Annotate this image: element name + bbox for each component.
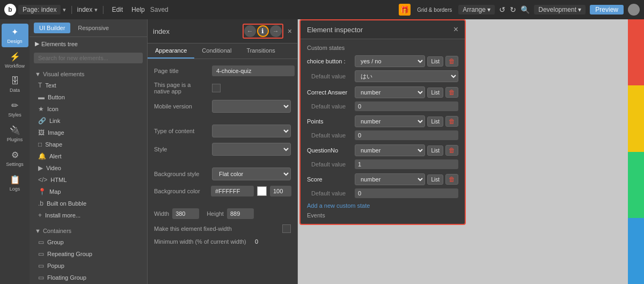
back-icon-btn[interactable]: ← — [244, 25, 256, 37]
tree-expand-icon[interactable]: ▶ — [35, 40, 39, 47]
containers-expand-icon[interactable]: ▼ — [35, 228, 41, 234]
sidebar-item-data[interactable]: 🗄 Data — [2, 73, 28, 96]
redo-button[interactable]: ↻ — [510, 5, 516, 14]
element-item-text[interactable]: T Text — [30, 79, 147, 91]
gift-icon[interactable]: 🎁 — [399, 4, 411, 16]
user-avatar[interactable] — [628, 4, 640, 16]
index-dropdown-arrow[interactable]: ▾ — [94, 6, 98, 13]
elements-tree-label: Elements tree — [41, 41, 78, 47]
styles-icon: ✏ — [11, 100, 18, 111]
forward-icon-btn[interactable]: → — [270, 25, 282, 37]
search-input[interactable] — [34, 53, 143, 63]
element-item-alert[interactable]: 🔔 Alert — [30, 150, 147, 162]
state-type-correct-answer[interactable]: number — [355, 86, 425, 98]
index-close-btn[interactable]: × — [288, 27, 292, 35]
height-input[interactable] — [227, 208, 254, 219]
mobile-version-select[interactable] — [212, 100, 291, 113]
default-val-input-1[interactable] — [355, 101, 458, 111]
index-tabs: Appearance Conditional Transitions — [148, 43, 297, 59]
element-item-icon[interactable]: ★ Icon — [30, 103, 147, 115]
state-del-btn-3[interactable]: 🗑 — [445, 145, 458, 156]
width-input[interactable] — [172, 208, 199, 219]
state-list-btn-3[interactable]: List — [427, 145, 443, 156]
tab-appearance[interactable]: Appearance — [148, 43, 194, 59]
tab-ui-builder[interactable]: UI Builder — [34, 23, 70, 33]
edit-button[interactable]: Edit — [108, 5, 126, 14]
dev-dropdown[interactable]: Development ▾ — [534, 5, 586, 14]
page-dropdown-arrow[interactable]: ▾ — [63, 6, 66, 13]
bg-color-label: Background color — [154, 188, 208, 194]
state-type-points[interactable]: number — [355, 115, 425, 127]
sidebar-item-design[interactable]: ✦ Design — [2, 24, 28, 47]
sidebar-item-settings[interactable]: ⚙ Settings — [2, 147, 28, 170]
preview-button[interactable]: Preview — [590, 5, 624, 14]
state-del-btn-2[interactable]: 🗑 — [445, 116, 458, 127]
state-type-score[interactable]: number — [355, 173, 425, 185]
strip-green — [628, 152, 644, 218]
state-list-btn-4[interactable]: List — [427, 174, 443, 185]
style-select[interactable] — [212, 143, 291, 156]
sidebar-item-workflow[interactable]: ⚡ Workflow — [2, 48, 28, 72]
state-row-questionno: QuestionNo number List 🗑 — [307, 144, 458, 156]
element-item-label: Shape — [45, 141, 62, 148]
section-expand-icon[interactable]: ▼ — [35, 71, 41, 77]
native-app-label: This page is a native app — [154, 82, 208, 94]
fixed-width-checkbox[interactable] — [282, 224, 291, 233]
state-list-btn-1[interactable]: List — [427, 88, 443, 98]
tab-transitions[interactable]: Transitions — [239, 43, 282, 59]
sidebar-item-logs[interactable]: 📋 Logs — [2, 171, 28, 195]
element-item-shape[interactable]: □ Shape — [30, 139, 147, 150]
type-of-content-select[interactable] — [212, 125, 291, 137]
tab-responsive[interactable]: Responsive — [72, 23, 114, 33]
add-state-link[interactable]: Add a new custom state — [307, 202, 458, 209]
native-app-checkbox[interactable] — [212, 84, 221, 92]
state-list-btn-0[interactable]: List — [427, 56, 443, 67]
element-item-built-on-bubble[interactable]: .b Built on Bubble — [30, 198, 147, 209]
inspector-close-btn[interactable]: × — [453, 25, 458, 34]
button-el-icon: ▬ — [38, 93, 45, 101]
element-item-repeating-group[interactable]: ▭ Repeating Group — [30, 248, 147, 260]
bg-color-opacity-input[interactable] — [270, 186, 291, 196]
page-title-row: Page title — [154, 65, 291, 76]
default-val-input-2[interactable] — [355, 130, 458, 140]
page-title-dropdown[interactable]: Page: index — [18, 5, 61, 14]
default-val-input-4[interactable] — [355, 188, 458, 198]
state-del-btn-0[interactable]: 🗑 — [445, 56, 458, 67]
index-content: Page title This page is a native app Mob… — [148, 59, 297, 284]
element-item-group[interactable]: ▭ Group — [30, 236, 147, 248]
state-del-btn-4[interactable]: 🗑 — [445, 174, 458, 185]
state-list-btn-2[interactable]: List — [427, 116, 443, 127]
state-del-btn-1[interactable]: 🗑 — [445, 87, 458, 98]
bg-color-hex-input[interactable] — [211, 186, 254, 196]
search-icon[interactable]: 🔍 — [521, 5, 530, 14]
bg-style-select[interactable]: Flat color — [212, 168, 291, 180]
element-item-popup[interactable]: ▭ Popup — [30, 260, 147, 272]
arrange-dropdown[interactable]: Arrange ▾ — [458, 5, 495, 14]
topbar-right: 🎁 Grid & borders Arrange ▾ ↺ ↻ 🔍 Develop… — [399, 4, 640, 16]
bg-color-swatch[interactable] — [257, 186, 267, 196]
element-item-html[interactable]: </> HTML — [30, 174, 147, 186]
tab-conditional[interactable]: Conditional — [194, 43, 239, 59]
sidebar-item-styles[interactable]: ✏ Styles — [2, 97, 28, 121]
page-title-input[interactable] — [212, 65, 295, 76]
grid-borders-btn[interactable]: Grid & borders — [415, 5, 454, 15]
element-item-image[interactable]: 🖼 Image — [30, 127, 147, 139]
element-item-install-more[interactable]: + Install more... — [30, 209, 147, 221]
default-val-input-3[interactable] — [355, 159, 458, 169]
state-type-questionno[interactable]: number — [355, 144, 425, 156]
help-button[interactable]: Help — [128, 5, 148, 14]
element-item-map[interactable]: 📍 Map — [30, 186, 147, 198]
element-item-link[interactable]: 🔗 Link — [30, 115, 147, 127]
default-val-select-0[interactable]: はい — [355, 70, 458, 82]
element-item-floating-group[interactable]: ▭ Floating Group — [30, 272, 147, 283]
sidebar-item-plugins[interactable]: 🔌 Plugins — [2, 122, 28, 145]
state-type-choice-button[interactable]: yes / no — [355, 55, 425, 67]
undo-button[interactable]: ↺ — [499, 5, 506, 14]
strip-red — [628, 19, 644, 85]
element-item-video[interactable]: ▶ Video — [30, 162, 147, 174]
events-label: Events — [307, 212, 458, 219]
topbar: b Page: index ▾ | index ▾ | Edit Help Sa… — [0, 0, 644, 19]
info-icon-btn[interactable]: ℹ — [257, 25, 269, 37]
element-item-label: Text — [45, 82, 56, 89]
element-item-button[interactable]: ▬ Button — [30, 91, 147, 103]
